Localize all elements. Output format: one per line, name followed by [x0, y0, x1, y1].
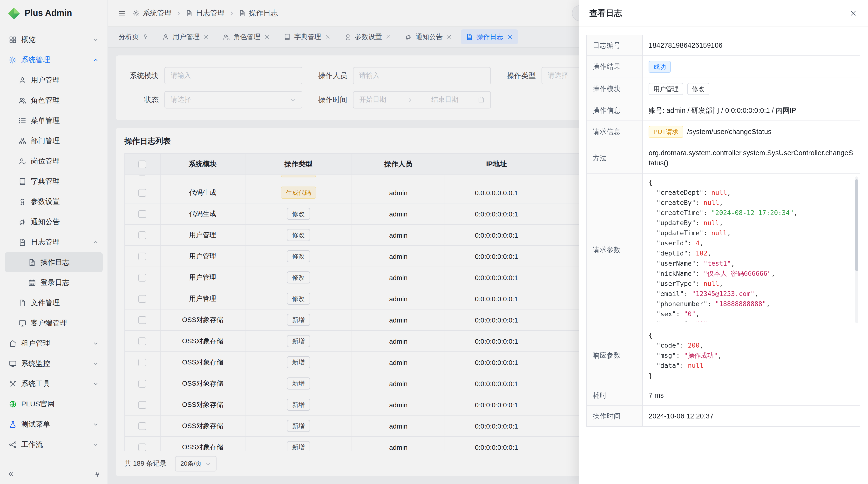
- status-badge: 成功: [649, 61, 671, 73]
- detail-label: 方法: [587, 143, 643, 173]
- detail-row-result: 操作结果成功: [587, 56, 860, 78]
- detail-row-method: 方法org.dromara.system.controller.system.S…: [587, 143, 860, 173]
- detail-value: 1842781986426159106: [649, 40, 722, 51]
- detail-label: 操作结果: [587, 56, 643, 77]
- detail-row-time: 操作时间2024-10-06 12:20:37: [587, 406, 860, 426]
- detail-value: 2024-10-06 12:20:37: [649, 411, 713, 421]
- app-root: Plus Admin 概览系统管理用户管理角色管理菜单管理部门管理岗位管理字典管…: [0, 0, 868, 484]
- drawer-header: 查看日志: [579, 0, 868, 27]
- detail-value: org.dromara.system.controller.system.Sys…: [649, 148, 854, 168]
- detail-label: 耗时: [587, 385, 643, 406]
- close-drawer-icon[interactable]: [849, 9, 858, 18]
- drawer-body: 日志编号1842781986426159106操作结果成功操作模块用户管理修改操…: [579, 27, 868, 484]
- detail-label: 请求信息: [587, 121, 643, 143]
- detail-label: 操作模块: [587, 78, 643, 100]
- json-code-block: { "code": 200, "msg": "操作成功", "data": nu…: [649, 330, 854, 381]
- detail-value: 账号: admin / 研发部门 / 0:0:0:0:0:0:0:1 / 内网I…: [649, 105, 796, 116]
- detail-label: 请求参数: [587, 173, 643, 326]
- detail-row-cost: 耗时7 ms: [587, 385, 860, 406]
- detail-row-request-params: 请求参数{ "createDept": null, "createBy": nu…: [587, 173, 860, 326]
- detail-row-info: 操作信息账号: admin / 研发部门 / 0:0:0:0:0:0:0:1 /…: [587, 100, 860, 121]
- detail-label: 操作时间: [587, 406, 643, 426]
- detail-row-response-params: 响应参数{ "code": 200, "msg": "操作成功", "data"…: [587, 326, 860, 385]
- detail-label: 响应参数: [587, 326, 643, 385]
- detail-row-request: 请求信息PUT请求/system/user/changeStatus: [587, 121, 860, 143]
- detail-label: 操作信息: [587, 100, 643, 121]
- drawer-title: 查看日志: [589, 8, 622, 19]
- http-method-badge: PUT请求: [649, 126, 683, 138]
- detail-row-module: 操作模块用户管理修改: [587, 78, 860, 100]
- code-scrollbar-thumb[interactable]: [855, 179, 858, 271]
- detail-row-log-id: 日志编号1842781986426159106: [587, 35, 860, 56]
- detail-label: 日志编号: [587, 35, 643, 56]
- json-code-block: { "createDept": null, "createBy": null, …: [649, 178, 854, 322]
- request-path: /system/user/changeStatus: [687, 127, 772, 137]
- log-detail-table: 日志编号1842781986426159106操作结果成功操作模块用户管理修改操…: [586, 35, 860, 427]
- module-tag: 修改: [687, 83, 709, 95]
- view-log-drawer: 查看日志 日志编号1842781986426159106操作结果成功操作模块用户…: [579, 0, 868, 484]
- detail-value: 7 ms: [649, 390, 664, 400]
- module-tag: 用户管理: [649, 83, 683, 95]
